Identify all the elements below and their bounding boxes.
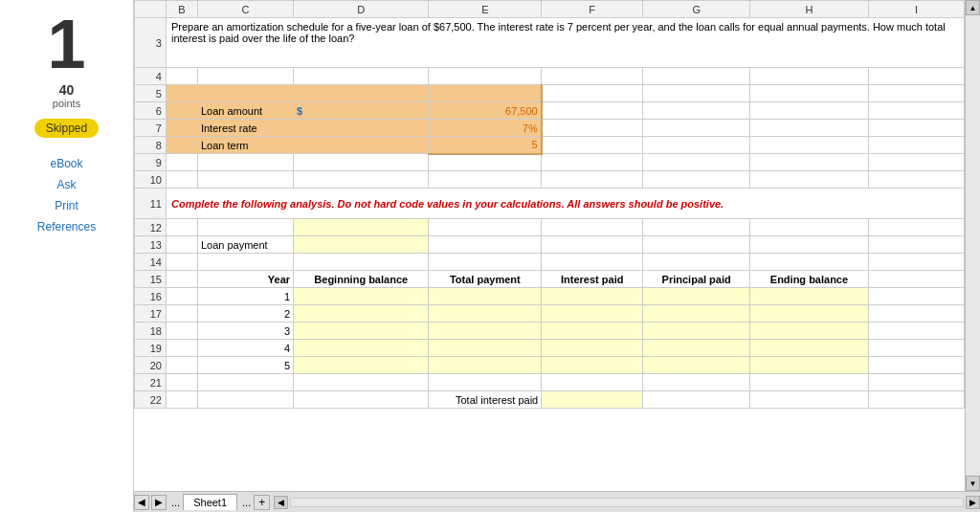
cell-21B[interactable] bbox=[166, 374, 197, 391]
cell-4D[interactable] bbox=[294, 68, 429, 85]
cell-18-total-pay[interactable] bbox=[429, 323, 542, 340]
cell-17I[interactable] bbox=[868, 305, 964, 323]
cell-4F[interactable] bbox=[542, 68, 643, 85]
cell-8B[interactable] bbox=[166, 137, 197, 154]
cell-12G[interactable] bbox=[643, 219, 750, 236]
cell-8I[interactable] bbox=[868, 137, 964, 154]
cell-14F[interactable] bbox=[542, 254, 643, 271]
cell-6D[interactable]: $ bbox=[294, 102, 429, 120]
cell-16-beg-bal[interactable] bbox=[294, 288, 429, 305]
cell-7I[interactable] bbox=[868, 120, 964, 137]
cell-13I[interactable] bbox=[868, 236, 964, 254]
cell-10C[interactable] bbox=[197, 171, 293, 189]
cell-20-total-pay[interactable] bbox=[429, 357, 542, 374]
cell-7H[interactable] bbox=[750, 120, 869, 137]
h-scroll-track[interactable] bbox=[290, 498, 964, 507]
cell-4C[interactable] bbox=[197, 68, 293, 85]
cell-15I[interactable] bbox=[868, 271, 964, 288]
cell-9H[interactable] bbox=[750, 154, 869, 171]
cell-17-total-pay[interactable] bbox=[429, 305, 542, 323]
cell-10I[interactable] bbox=[868, 171, 964, 189]
cell-22-total-value[interactable] bbox=[542, 391, 643, 409]
cell-16-int-paid[interactable] bbox=[542, 288, 643, 305]
cell-14D[interactable] bbox=[294, 254, 429, 271]
cell-7F[interactable] bbox=[542, 120, 643, 137]
cell-6I[interactable] bbox=[868, 102, 964, 120]
cell-5C[interactable] bbox=[197, 85, 293, 102]
cell-10E[interactable] bbox=[429, 171, 542, 189]
cell-19B[interactable] bbox=[166, 340, 197, 357]
cell-4I[interactable] bbox=[868, 68, 964, 85]
cell-13D[interactable] bbox=[294, 236, 429, 254]
cell-18-beg-bal[interactable] bbox=[294, 323, 429, 340]
cell-7C[interactable]: Interest rate bbox=[197, 120, 293, 137]
cell-8E[interactable]: 5 bbox=[429, 137, 542, 154]
cell-10G[interactable] bbox=[643, 171, 750, 189]
cell-9E[interactable] bbox=[429, 154, 542, 171]
cell-4G[interactable] bbox=[643, 68, 750, 85]
cell-22B[interactable] bbox=[166, 391, 197, 409]
cell-20B[interactable] bbox=[166, 357, 197, 374]
cell-6C[interactable]: Loan amount bbox=[197, 102, 293, 120]
cell-18-int-paid[interactable] bbox=[542, 323, 643, 340]
cell-8G[interactable] bbox=[643, 137, 750, 154]
cell-8F[interactable] bbox=[542, 137, 643, 154]
cell-6E[interactable]: 67,500 bbox=[429, 102, 542, 120]
cell-13C[interactable]: Loan payment bbox=[197, 236, 293, 254]
cell-6B[interactable] bbox=[166, 102, 197, 120]
cell-17-principal[interactable] bbox=[643, 305, 750, 323]
cell-10H[interactable] bbox=[750, 171, 869, 189]
cell-9D[interactable] bbox=[294, 154, 429, 171]
cell-15B[interactable] bbox=[166, 271, 197, 288]
cell-7D[interactable] bbox=[294, 120, 429, 137]
cell-20I[interactable] bbox=[868, 357, 964, 374]
cell-21H[interactable] bbox=[750, 374, 869, 391]
cell-19-ending-bal[interactable] bbox=[750, 340, 869, 357]
cell-16-ending-bal[interactable] bbox=[750, 288, 869, 305]
cell-7B[interactable] bbox=[166, 120, 197, 137]
cell-22G[interactable] bbox=[643, 391, 750, 409]
cell-9G[interactable] bbox=[643, 154, 750, 171]
cell-16-principal[interactable] bbox=[643, 288, 750, 305]
cell-21I[interactable] bbox=[868, 374, 964, 391]
tab-nav-right[interactable]: ▶ bbox=[151, 495, 167, 510]
cell-13G[interactable] bbox=[643, 236, 750, 254]
scroll-up-button[interactable]: ▲ bbox=[966, 0, 980, 15]
cell-14E[interactable] bbox=[429, 254, 542, 271]
cell-17B[interactable] bbox=[166, 305, 197, 323]
cell-22I[interactable] bbox=[868, 391, 964, 409]
cell-10D[interactable] bbox=[294, 171, 429, 189]
cell-19-principal[interactable] bbox=[643, 340, 750, 357]
add-sheet-button[interactable]: + bbox=[254, 495, 270, 510]
cell-21G[interactable] bbox=[643, 374, 750, 391]
cell-7G[interactable] bbox=[643, 120, 750, 137]
sheet-tab-sheet1[interactable]: Sheet1 bbox=[183, 494, 237, 510]
cell-16I[interactable] bbox=[868, 288, 964, 305]
cell-8H[interactable] bbox=[750, 137, 869, 154]
tab-nav-left[interactable]: ◀ bbox=[134, 495, 149, 510]
cell-21D[interactable] bbox=[294, 374, 429, 391]
scroll-left-button[interactable]: ◀ bbox=[274, 496, 288, 509]
cell-13E[interactable] bbox=[429, 236, 542, 254]
cell-20-int-paid[interactable] bbox=[542, 357, 643, 374]
references-link[interactable]: References bbox=[0, 216, 133, 237]
cell-14C[interactable] bbox=[197, 254, 293, 271]
cell-17-ending-bal[interactable] bbox=[750, 305, 869, 323]
cell-14I[interactable] bbox=[868, 254, 964, 271]
cell-19-total-pay[interactable] bbox=[429, 340, 542, 357]
cell-9I[interactable] bbox=[868, 154, 964, 171]
cell-21C[interactable] bbox=[197, 374, 293, 391]
cell-9F[interactable] bbox=[542, 154, 643, 171]
scroll-right-button[interactable]: ▶ bbox=[966, 496, 980, 509]
cell-16-total-pay[interactable] bbox=[429, 288, 542, 305]
cell-8D[interactable] bbox=[294, 137, 429, 154]
cell-18B[interactable] bbox=[166, 323, 197, 340]
cell-9B[interactable] bbox=[166, 154, 197, 171]
cell-12E[interactable] bbox=[429, 219, 542, 236]
cell-6G[interactable] bbox=[643, 102, 750, 120]
cell-12H[interactable] bbox=[750, 219, 869, 236]
vertical-scrollbar[interactable]: ▲ ▼ bbox=[965, 0, 980, 491]
cell-5H[interactable] bbox=[750, 85, 869, 102]
cell-14H[interactable] bbox=[750, 254, 869, 271]
cell-5D[interactable] bbox=[294, 85, 429, 102]
